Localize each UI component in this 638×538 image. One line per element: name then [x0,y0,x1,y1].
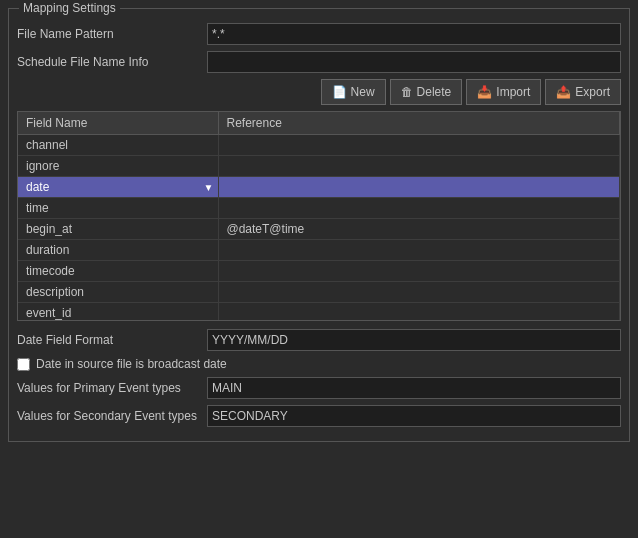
file-name-pattern-input[interactable] [207,23,621,45]
column-field-name: Field Name [18,112,218,135]
delete-button[interactable]: 🗑 Delete [390,79,463,105]
table-row[interactable]: duration [18,240,620,261]
toolbar: 📄 New 🗑 Delete 📥 Import 📤 Export [17,79,621,105]
reference-cell [218,198,620,219]
mapping-table: Field Name Reference channelignoredate▼t… [18,112,620,321]
mapping-settings-panel: Mapping Settings File Name Pattern Sched… [8,8,630,442]
table-header-row: Field Name Reference [18,112,620,135]
table-row[interactable]: event_id [18,303,620,322]
new-icon: 📄 [332,85,347,99]
import-icon: 📥 [477,85,492,99]
export-button[interactable]: 📤 Export [545,79,621,105]
primary-event-row: Values for Primary Event types [17,377,621,399]
table-row[interactable]: time [18,198,620,219]
field-name-cell: duration [18,240,218,261]
date-field-format-label: Date Field Format [17,333,207,347]
schedule-file-name-input[interactable] [207,51,621,73]
bottom-section: Date Field Format Date in source file is… [17,329,621,427]
field-name-cell: begin_at [18,219,218,240]
reference-cell [218,303,620,322]
table-row[interactable]: date▼ [18,177,620,198]
file-name-pattern-label: File Name Pattern [17,27,207,41]
reference-cell [218,240,620,261]
file-name-pattern-row: File Name Pattern [17,23,621,45]
export-icon: 📤 [556,85,571,99]
reference-cell [218,261,620,282]
field-name-select[interactable]: date [26,180,210,194]
primary-event-label: Values for Primary Event types [17,381,207,395]
new-button[interactable]: 📄 New [321,79,386,105]
date-field-format-input[interactable] [207,329,621,351]
table-row[interactable]: ignore [18,156,620,177]
field-name-cell: timecode [18,261,218,282]
import-button[interactable]: 📥 Import [466,79,541,105]
export-label: Export [575,85,610,99]
schedule-file-name-row: Schedule File Name Info [17,51,621,73]
field-name-cell: time [18,198,218,219]
secondary-event-input[interactable] [207,405,621,427]
delete-icon: 🗑 [401,85,413,99]
secondary-event-label: Values for Secondary Event types [17,409,207,423]
date-field-format-row: Date Field Format [17,329,621,351]
field-name-cell: ignore [18,156,218,177]
primary-event-input[interactable] [207,377,621,399]
schedule-file-name-label: Schedule File Name Info [17,55,207,69]
new-label: New [351,85,375,99]
mapping-table-container[interactable]: Field Name Reference channelignoredate▼t… [17,111,621,321]
field-name-cell: event_id [18,303,218,322]
reference-cell [218,135,620,156]
delete-label: Delete [417,85,452,99]
broadcast-date-checkbox[interactable] [17,358,30,371]
broadcast-date-row: Date in source file is broadcast date [17,357,621,371]
field-name-cell: description [18,282,218,303]
table-row[interactable]: begin_at@dateT@time [18,219,620,240]
reference-cell: @dateT@time [218,219,620,240]
panel-title: Mapping Settings [19,1,120,15]
secondary-event-row: Values for Secondary Event types [17,405,621,427]
broadcast-date-label: Date in source file is broadcast date [36,357,227,371]
reference-cell [218,282,620,303]
reference-cell [218,177,620,198]
field-name-cell: channel [18,135,218,156]
reference-cell [218,156,620,177]
column-reference: Reference [218,112,620,135]
table-row[interactable]: timecode [18,261,620,282]
table-row[interactable]: description [18,282,620,303]
import-label: Import [496,85,530,99]
table-row[interactable]: channel [18,135,620,156]
